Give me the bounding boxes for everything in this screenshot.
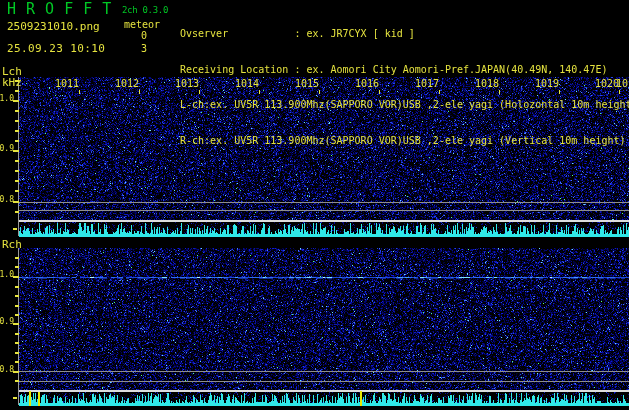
panel-label-rch: Rch — [2, 239, 22, 250]
freq-label: 1.0 — [0, 95, 14, 103]
time-label: 1019 — [534, 79, 559, 89]
app-title: H R O F F T — [7, 2, 112, 17]
time-label: 1018 — [474, 79, 499, 89]
l-count-value: 0 — [107, 31, 147, 41]
datetime-label: 25.09.23 10:10 — [7, 43, 105, 54]
freq-label: 0.9 — [0, 145, 14, 153]
rch-config-line: R-ch:ex. UV5R 113.900Mhz(SAPPORO VOR)USB… — [180, 135, 629, 149]
location-line: Receiving Location : ex. Aomori City Aom… — [180, 64, 629, 78]
freq-label: 1.0 — [0, 271, 14, 279]
time-label: 1015 — [294, 79, 319, 89]
observer-line: Ovserver : ex. JR7CYX [ kid ] — [180, 28, 629, 42]
freq-label: 0.8 — [0, 196, 14, 204]
freq-label: 0.8 — [0, 366, 14, 374]
freq-label: 0.9 — [0, 318, 14, 326]
mode-label: meteor — [124, 20, 160, 30]
r-count-value: 3 — [107, 44, 147, 54]
time-label: 1013 — [174, 79, 199, 89]
freq-unit-label: kHz — [2, 77, 22, 88]
time-label-overflow: 10 — [616, 79, 628, 89]
time-label: 1016 — [354, 79, 379, 89]
time-label: 1014 — [234, 79, 259, 89]
hrofft-window: H R O F F T 2ch 0.3.0 2509231010.png met… — [0, 0, 629, 410]
time-label: 1012 — [114, 79, 139, 89]
filename-label: 2509231010.png — [7, 21, 100, 32]
time-label: 1011 — [54, 79, 79, 89]
time-label: 1017 — [414, 79, 439, 89]
version-label: 2ch 0.3.0 — [122, 6, 168, 15]
lch-config-line: L-ch:ex. UV5R 113.900Mhz(SAPPORO VOR)USB… — [180, 99, 629, 113]
